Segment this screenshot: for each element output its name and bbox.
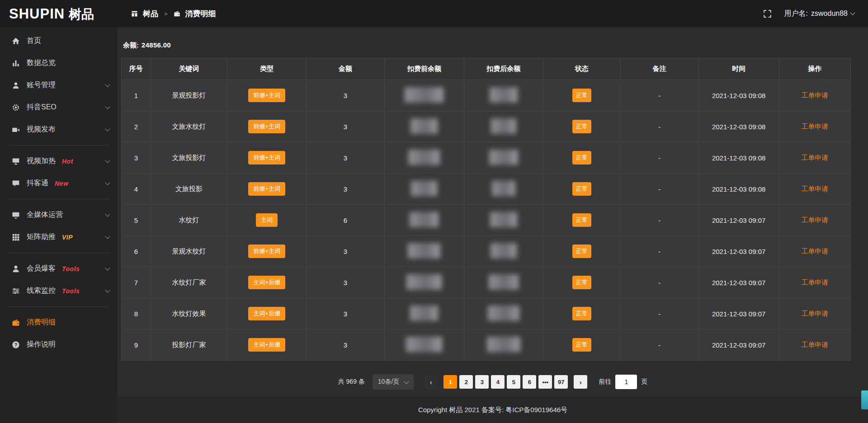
sidebar-item-home[interactable]: 首页	[0, 30, 118, 52]
sidebar-item-badge: Tools	[62, 265, 80, 273]
cell-keyword: 水纹灯厂家	[151, 267, 227, 298]
top-header: SHUPIN 树品 树品 > 消费明细 用户名: zswodun88	[0, 0, 868, 27]
cell-keyword: 文旅投影灯	[151, 142, 227, 174]
prev-page-button[interactable]: ‹	[424, 375, 438, 389]
redacted-balance	[488, 306, 519, 321]
sidebar-item-media-operation[interactable]: 全媒体运营	[0, 204, 118, 226]
next-page-button[interactable]: ›	[574, 375, 587, 389]
page-button-97[interactable]: 97	[554, 375, 568, 389]
dashboard-icon	[131, 10, 138, 17]
cell-balance-after	[464, 267, 543, 298]
cell-index: 2	[122, 111, 151, 142]
cell-status: 正常	[543, 174, 620, 205]
cell-remark: -	[620, 205, 698, 236]
fullscreen-icon[interactable]	[763, 9, 772, 18]
cell-remark: -	[620, 267, 698, 298]
cell-keyword: 景观投影灯	[151, 80, 227, 111]
work-order-link[interactable]: 工单申请	[801, 122, 828, 130]
chevron-down-icon	[105, 287, 110, 292]
cell-time: 2021-12-03 09:07	[698, 329, 779, 361]
sidebar-item-douketong[interactable]: 抖客通New	[0, 172, 118, 194]
sidebar-item-clue-monitor[interactable]: 线索监控Tools	[0, 280, 118, 302]
expense-table-wrap: 序号关键词类型金额扣费前余额扣费后余额状态备注时间操作1景观投影灯前缀+主词3正…	[121, 58, 851, 361]
sidebar-item-account-management[interactable]: 账号管理	[0, 74, 118, 96]
sidebar-item-video-heat[interactable]: 视频加热Hot	[0, 150, 118, 172]
page-footer: Copyright 树品 2021 备案号: 粤ICP备09019646号	[118, 397, 868, 423]
balance-display: 余额:24856.00	[118, 27, 868, 58]
work-order-link[interactable]: 工单申请	[801, 91, 828, 99]
column-header-9: 时间	[698, 58, 779, 80]
cell-keyword: 水纹灯	[151, 205, 227, 236]
table-row: 7水纹灯厂家主词+后缀3正常-2021-12-03 09:07工单申请	[122, 267, 851, 298]
cell-remark: -	[620, 236, 698, 267]
sidebar-item-badge: Hot	[62, 158, 73, 165]
status-badge: 正常	[572, 338, 591, 352]
cell-index: 1	[122, 80, 151, 111]
brand-logo[interactable]: SHUPIN 树品	[0, 7, 118, 21]
column-header-3: 类型	[227, 58, 307, 80]
username-value: zswodun88	[811, 9, 848, 18]
cell-balance-after	[464, 80, 543, 111]
sidebar-item-video-publish[interactable]: 视频发布	[0, 118, 118, 141]
sidebar-item-badge: Tools	[62, 287, 80, 295]
sidebar-item-douyin-seo[interactable]: 抖音SEO	[0, 96, 118, 118]
logo-cn-text: 树品	[69, 8, 94, 21]
type-badge: 前缀+主词	[248, 120, 285, 133]
page-button-4[interactable]: 4	[491, 375, 505, 389]
cell-status: 正常	[543, 111, 620, 142]
goto-input[interactable]	[615, 375, 637, 389]
table-header-row: 序号关键词类型金额扣费前余额扣费后余额状态备注时间操作	[122, 58, 851, 80]
work-order-link[interactable]: 工单申请	[801, 216, 828, 224]
cell-action: 工单申请	[779, 329, 850, 361]
sidebar-item-instructions[interactable]: ?操作说明	[0, 334, 118, 356]
work-order-link[interactable]: 工单申请	[801, 310, 828, 317]
table-row: 9投影灯厂家主词+后缀3正常-2021-12-03 09:07工单申请	[122, 329, 851, 361]
cell-balance-after	[464, 205, 543, 236]
service-widget[interactable]	[861, 390, 868, 409]
redacted-balance	[489, 150, 518, 165]
cell-time: 2021-12-03 09:08	[698, 80, 779, 111]
balance-value: 24856.00	[142, 41, 171, 49]
status-badge: 正常	[572, 120, 591, 133]
page-button-1[interactable]: 1	[443, 375, 457, 389]
work-order-link[interactable]: 工单申请	[801, 154, 828, 161]
column-header-5: 扣费前余额	[384, 58, 464, 80]
work-order-link[interactable]: 工单申请	[801, 247, 828, 255]
cell-index: 9	[122, 329, 151, 361]
redacted-balance	[410, 212, 439, 227]
cell-amount: 6	[306, 205, 384, 236]
cell-balance-after	[464, 329, 543, 361]
cell-amount: 3	[306, 174, 384, 205]
cell-index: 7	[122, 267, 151, 298]
sidebar-item-label: 会员爆客	[27, 264, 56, 273]
cell-type: 主词+后缀	[227, 298, 307, 329]
page-button-5[interactable]: 5	[507, 375, 520, 389]
type-badge: 主词+后缀	[248, 307, 285, 320]
sidebar-item-label: 账号管理	[27, 80, 56, 90]
cell-index: 6	[122, 236, 151, 267]
sidebar-item-data-overview[interactable]: 数据总览	[0, 52, 118, 74]
cell-status: 正常	[543, 236, 620, 267]
more-pages-button[interactable]: •••	[538, 375, 552, 389]
page-button-6[interactable]: 6	[523, 375, 536, 389]
username-dropdown[interactable]: 用户名: zswodun88	[784, 9, 854, 19]
sidebar-item-expense-detail[interactable]: 消费明细	[0, 311, 118, 334]
cell-remark: -	[620, 174, 698, 205]
work-order-link[interactable]: 工单申请	[801, 185, 828, 193]
cell-balance-after	[464, 142, 543, 174]
cell-type: 主词+后缀	[227, 267, 307, 298]
page-button-2[interactable]: 2	[459, 375, 473, 389]
redacted-balance	[408, 243, 440, 258]
work-order-link[interactable]: 工单申请	[801, 278, 828, 286]
cell-balance-before	[384, 298, 464, 329]
sidebar-item-member-burst[interactable]: 会员爆客Tools	[0, 258, 118, 280]
cell-amount: 3	[306, 111, 384, 142]
work-order-link[interactable]: 工单申请	[801, 341, 828, 348]
page-size-select[interactable]: 10条/页	[373, 374, 414, 390]
cell-balance-before	[384, 205, 464, 236]
breadcrumb-item-root[interactable]: 树品	[143, 9, 158, 19]
column-header-10: 操作	[779, 58, 850, 80]
page-button-3[interactable]: 3	[475, 375, 489, 389]
goto-page: 前往 页	[599, 375, 647, 389]
sidebar-item-matrix-boost[interactable]: 矩阵助推VIP	[0, 226, 118, 248]
